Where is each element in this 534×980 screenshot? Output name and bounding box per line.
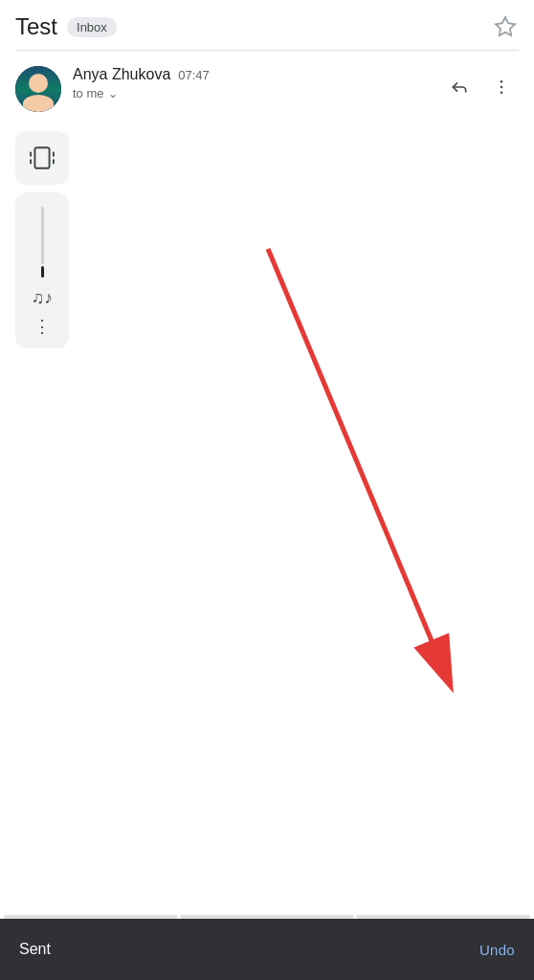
undo-button[interactable]: Undo: [479, 942, 515, 958]
sender-row: Anya Zhukova 07:47: [73, 66, 442, 83]
header-left: Test Inbox: [15, 13, 117, 40]
email-actions: [442, 70, 519, 104]
email-info: Anya Zhukova 07:47 to me ⌄: [73, 66, 442, 100]
reply-button[interactable]: [442, 70, 477, 104]
media-controls: ♫♪ ⋮: [0, 123, 534, 356]
sent-label: Sent: [19, 941, 51, 958]
waveform-bar-tall: [41, 207, 44, 264]
recipient-row[interactable]: to me ⌄: [73, 86, 442, 100]
avatar: [15, 66, 61, 112]
more-options-button[interactable]: [484, 70, 519, 104]
star-icon[interactable]: [492, 13, 519, 40]
music-note-icon: ♫♪: [32, 288, 54, 308]
audio-player[interactable]: ♫♪ ⋮: [15, 192, 69, 348]
waveform-bar-short: [41, 266, 44, 278]
inbox-badge[interactable]: Inbox: [67, 17, 117, 37]
audio-waveform: [23, 204, 61, 280]
bottom-bar: Sent Undo: [0, 919, 534, 980]
phone-vibrate-button[interactable]: [15, 131, 69, 185]
page-title: Test: [15, 13, 57, 40]
email-header-bar: Test Inbox: [0, 0, 534, 50]
sender-name: Anya Zhukova: [73, 66, 170, 83]
email-time: 07:47: [178, 68, 210, 82]
svg-rect-4: [34, 147, 49, 168]
audio-more-icon[interactable]: ⋮: [33, 316, 51, 337]
svg-point-1: [501, 80, 503, 83]
chevron-down-icon: ⌄: [108, 87, 118, 100]
recipient-label: to me: [73, 86, 104, 100]
svg-point-2: [501, 86, 503, 89]
svg-marker-0: [496, 17, 515, 35]
email-meta-row: Anya Zhukova 07:47 to me ⌄: [0, 51, 534, 123]
svg-point-3: [501, 92, 503, 95]
